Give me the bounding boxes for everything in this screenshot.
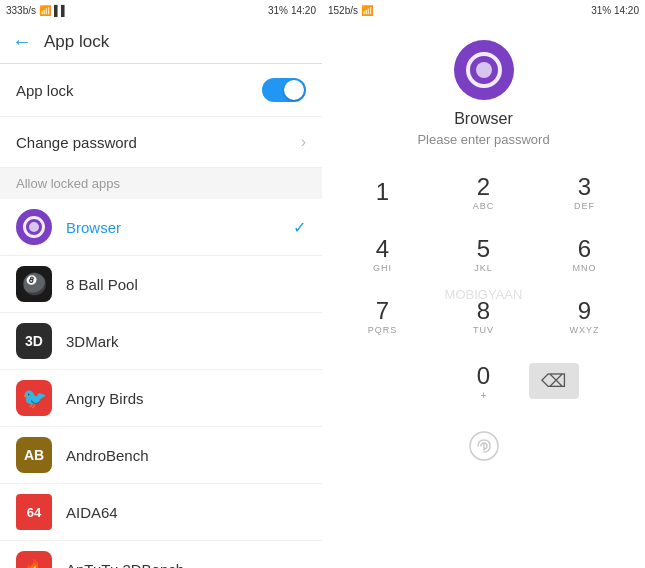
right-battery: 31% (591, 5, 611, 16)
app-name-antutu: AnTuTu 3DBench (66, 561, 306, 569)
app-lock-label: App lock (16, 82, 74, 99)
right-status-right: 31% 14:20 (591, 5, 639, 16)
back-button[interactable]: ← (12, 30, 32, 53)
status-speed: 333b/s (6, 5, 36, 16)
numpad-row-3: 7 PQRS 8 TUV 9 WXYZ (332, 287, 635, 347)
numpad-bottom-row: 0 + ⌫ (369, 347, 599, 419)
app-lock-toggle[interactable] (262, 78, 306, 102)
androbench-icon: AB (24, 447, 44, 463)
change-password-row[interactable]: Change password › (0, 117, 322, 168)
numpad-key-0[interactable]: 0 + (449, 351, 519, 411)
digit-8: 8 (477, 299, 490, 323)
letters-3: DEF (574, 201, 595, 211)
fingerprint-row (322, 419, 645, 489)
right-speed: 152b/s (328, 5, 358, 16)
numpad-key-1[interactable]: 1 (348, 163, 418, 223)
digit-7: 7 (376, 299, 389, 323)
app-name-8ball: 8 Ball Pool (66, 276, 306, 293)
battery-left: 31% (268, 5, 288, 16)
status-bar-right-info: 31% 14:20 (268, 5, 316, 16)
page-title: App lock (44, 32, 109, 52)
app-header: ← App lock (0, 20, 322, 64)
letters-9: WXYZ (570, 325, 600, 335)
app-list: Browser ✓ 🎱 8 Ball Pool 3D 3DMark 🐦 Angr… (0, 199, 322, 568)
app-icon-aida64: 64 (16, 494, 52, 530)
lock-screen: MOBIGYAAN Browser Please enter password … (322, 20, 645, 568)
right-wifi-icon: 📶 (361, 5, 373, 16)
digit-1: 1 (376, 180, 389, 204)
list-item[interactable]: 🔥 AnTuTu 3DBench (0, 541, 322, 568)
chevron-right-icon: › (301, 133, 306, 151)
numpad-key-7[interactable]: 7 PQRS (348, 287, 418, 347)
app-icon-angrybirds: 🐦 (16, 380, 52, 416)
toggle-track (262, 78, 306, 102)
app-name-browser: Browser (66, 219, 293, 236)
digit-0: 0 (477, 362, 490, 390)
app-icon-antutu: 🔥 (16, 551, 52, 568)
plus-label: + (481, 390, 487, 401)
list-item[interactable]: 3D 3DMark (0, 313, 322, 370)
numpad: 1 2 ABC 3 DEF 4 GHI 5 (322, 163, 645, 347)
app-icon-browser (16, 209, 52, 245)
left-panel: 333b/s 📶 ▌▌ 31% 14:20 ← App lock App loc… (0, 0, 322, 568)
letters-5: JKL (474, 263, 493, 273)
numpad-key-backspace[interactable]: ⌫ (519, 351, 589, 411)
wifi-icon: 📶 (39, 5, 51, 16)
browser-icon (16, 209, 52, 245)
change-password-label: Change password (16, 134, 137, 151)
signal-icon: ▌▌ (54, 5, 68, 16)
numpad-row-2: 4 GHI 5 JKL 6 MNO (332, 225, 635, 285)
app-name-aida64: AIDA64 (66, 504, 306, 521)
digit-4: 4 (376, 237, 389, 261)
app-name-androbench: AndroBench (66, 447, 306, 464)
app-icon-androbench: AB (16, 437, 52, 473)
section-header-label: Allow locked apps (16, 176, 120, 191)
digit-3: 3 (578, 175, 591, 199)
lock-app-icon-inner (466, 52, 502, 88)
fingerprint-button[interactable] (449, 419, 519, 479)
app-name-angrybirds: Angry Birds (66, 390, 306, 407)
app-name-3dmark: 3DMark (66, 333, 306, 350)
app-icon-8ball: 🎱 (16, 266, 52, 302)
angrybirds-icon: 🐦 (22, 386, 47, 410)
status-bar-left: 333b/s 📶 ▌▌ 31% 14:20 (0, 0, 322, 20)
digit-9: 9 (578, 299, 591, 323)
right-status-left: 152b/s 📶 (328, 5, 373, 16)
list-item[interactable]: 🎱 8 Ball Pool (0, 256, 322, 313)
numpad-key-5[interactable]: 5 JKL (449, 225, 519, 285)
backspace-button[interactable]: ⌫ (529, 363, 579, 399)
lock-prompt: Please enter password (417, 132, 549, 147)
digit-2: 2 (477, 175, 490, 199)
time-left: 14:20 (291, 5, 316, 16)
numpad-key-9[interactable]: 9 WXYZ (550, 287, 620, 347)
browser-icon-inner (23, 216, 45, 238)
list-item[interactable]: 64 AIDA64 (0, 484, 322, 541)
digit-5: 5 (477, 237, 490, 261)
antutu-icon: 🔥 (23, 558, 45, 568)
app-lock-row[interactable]: App lock (0, 64, 322, 117)
numpad-key-4[interactable]: 4 GHI (348, 225, 418, 285)
letters-6: MNO (573, 263, 597, 273)
3dmark-text-icon: 3D (25, 333, 43, 349)
8ball-icon: 🎱 (22, 272, 47, 296)
digit-6: 6 (578, 237, 591, 261)
lock-app-name: Browser (454, 110, 513, 128)
backspace-icon: ⌫ (541, 370, 566, 392)
toggle-thumb (284, 80, 304, 100)
right-panel: 152b/s 📶 31% 14:20 MOBIGYAAN Browser Ple… (322, 0, 645, 568)
numpad-row-1: 1 2 ABC 3 DEF (332, 163, 635, 223)
letters-4: GHI (373, 263, 392, 273)
app-icon-3dmark: 3D (16, 323, 52, 359)
numpad-key-6[interactable]: 6 MNO (550, 225, 620, 285)
numpad-key-3[interactable]: 3 DEF (550, 163, 620, 223)
numpad-key-8[interactable]: 8 TUV (449, 287, 519, 347)
lock-app-icon (454, 40, 514, 100)
list-item[interactable]: AB AndroBench (0, 427, 322, 484)
list-item[interactable]: Browser ✓ (0, 199, 322, 256)
aida64-icon: 64 (27, 505, 41, 520)
section-header: Allow locked apps (0, 168, 322, 199)
numpad-key-2[interactable]: 2 ABC (449, 163, 519, 223)
right-time: 14:20 (614, 5, 639, 16)
fingerprint-icon (468, 430, 500, 469)
list-item[interactable]: 🐦 Angry Birds (0, 370, 322, 427)
